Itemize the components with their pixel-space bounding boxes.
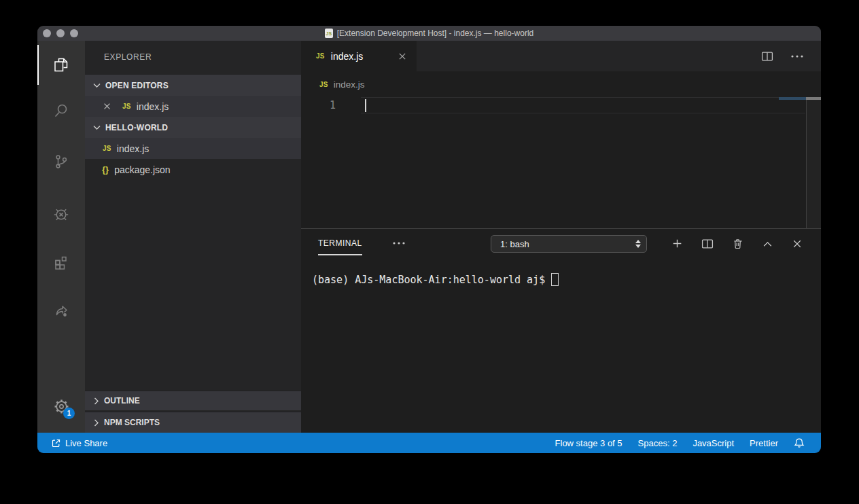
folder-section-header[interactable]: HELLO-WORLD <box>85 117 301 138</box>
terminal-cursor <box>551 273 559 286</box>
overview-ruler-cursor-mark <box>779 97 806 100</box>
file-label: index.js <box>117 143 149 154</box>
npm-scripts-label: NPM SCRIPTS <box>104 418 160 427</box>
flow-stage-status-item[interactable]: Flow stage 3 of 5 <box>555 438 623 448</box>
live-share-label: Live Share <box>65 438 107 448</box>
split-editor-icon[interactable] <box>761 51 773 62</box>
folder-name-label: HELLO-WORLD <box>105 123 168 132</box>
code-editor[interactable]: 1 <box>301 97 821 228</box>
outline-section-header[interactable]: OUTLINE <box>85 391 301 410</box>
more-actions-icon[interactable] <box>791 55 803 58</box>
settings-gear-button[interactable] <box>37 389 85 423</box>
live-share-icon <box>52 301 71 320</box>
activity-search-button[interactable] <box>37 94 85 128</box>
sidebar-sections: OPEN EDITORS JS index.js HELLO-WORLD <box>85 75 301 180</box>
tab-label: index.js <box>331 51 363 62</box>
extensions-icon <box>52 252 71 271</box>
terminal-output[interactable]: (base) AJs-MacBook-Air:hello-world aj$ <box>312 273 559 286</box>
zoom-window-button[interactable] <box>70 29 78 37</box>
tab-indexjs[interactable]: JS index.js <box>301 41 417 71</box>
activity-live-share-button[interactable] <box>37 293 85 327</box>
open-editor-item-indexjs[interactable]: JS index.js <box>85 96 301 117</box>
minimize-window-button[interactable] <box>56 29 65 37</box>
debug-bug-icon <box>52 204 71 223</box>
chevron-down-icon <box>93 83 101 88</box>
search-icon <box>52 101 71 120</box>
terminal-tab[interactable]: TERMINAL <box>318 238 362 255</box>
outline-label: OUTLINE <box>104 396 140 406</box>
chevron-right-icon <box>94 419 99 427</box>
notifications-bell-icon[interactable] <box>794 437 805 449</box>
js-file-icon: JS <box>319 81 328 88</box>
new-terminal-plus-icon[interactable] <box>671 238 683 249</box>
activity-debug-button[interactable] <box>37 197 85 231</box>
external-link-icon <box>51 438 61 448</box>
desktop-background: JS [Extension Development Host] - index.… <box>0 0 859 504</box>
json-file-icon: {} <box>102 164 109 175</box>
js-file-icon: JS <box>325 29 333 38</box>
live-share-status-item[interactable]: Live Share <box>51 438 107 448</box>
activity-explorer-button[interactable] <box>37 45 85 85</box>
tab-close-icon[interactable] <box>398 52 407 61</box>
explorer-sidebar: EXPLORER OPEN EDITORS JS index.js <box>85 41 301 433</box>
open-editors-label: OPEN EDITORS <box>105 81 169 90</box>
traffic-lights <box>43 29 78 37</box>
scrollbar-thumb[interactable] <box>806 97 821 100</box>
terminal-actions <box>671 229 821 258</box>
editor-actions <box>761 41 821 71</box>
language-mode-status-item[interactable]: JavaScript <box>693 438 734 448</box>
kill-terminal-trash-icon[interactable] <box>732 238 743 250</box>
npm-scripts-section-header[interactable]: NPM SCRIPTS <box>85 412 301 433</box>
js-file-icon: JS <box>316 52 325 60</box>
breadcrumb[interactable]: JS index.js <box>301 71 821 97</box>
current-line-highlight <box>361 97 805 113</box>
chevron-down-icon <box>93 125 101 130</box>
settings-notification-badge: 1 <box>63 408 75 419</box>
panel-more-icon[interactable] <box>393 242 405 245</box>
spaces-status-item[interactable]: Spaces: 2 <box>638 438 678 448</box>
activity-bar: 1 <box>37 41 85 433</box>
tab-bar: JS index.js <box>301 41 821 71</box>
terminal-shell-select[interactable]: 1: bash <box>491 235 647 253</box>
close-panel-icon[interactable] <box>792 238 803 249</box>
activity-source-control-button[interactable] <box>37 145 85 179</box>
editor-cursor <box>365 99 366 112</box>
files-icon <box>52 56 71 75</box>
file-label: package.json <box>114 164 171 175</box>
sidebar-title: EXPLORER <box>104 52 152 62</box>
window-title-group: JS [Extension Development Host] - index.… <box>325 29 533 38</box>
split-terminal-icon[interactable] <box>701 238 714 249</box>
formatter-status-item[interactable]: Prettier <box>750 438 778 448</box>
close-editor-icon[interactable] <box>103 102 111 111</box>
vscode-window: JS [Extension Development Host] - index.… <box>37 26 821 453</box>
source-control-branch-icon <box>52 152 71 171</box>
file-row-indexjs[interactable]: JS index.js <box>85 138 301 159</box>
editor-scrollbar[interactable] <box>806 97 821 228</box>
open-editor-file-label: index.js <box>137 101 169 112</box>
file-row-packagejson[interactable]: {} package.json <box>85 159 301 180</box>
shell-select-value: 1: bash <box>500 239 529 249</box>
js-file-icon: JS <box>122 103 131 110</box>
status-bar: Live Share Flow stage 3 of 5 Spaces: 2 J… <box>37 433 821 453</box>
line-number: 1 <box>330 99 336 111</box>
activity-extensions-button[interactable] <box>37 245 85 278</box>
titlebar[interactable]: JS [Extension Development Host] - index.… <box>37 26 821 41</box>
editor-group: JS index.js <box>301 41 821 433</box>
chevron-right-icon <box>94 397 99 405</box>
window-title: [Extension Development Host] - index.js … <box>337 29 533 38</box>
maximize-panel-chevron-up-icon[interactable] <box>762 238 773 249</box>
breadcrumb-file-label: index.js <box>334 79 365 90</box>
terminal-prompt: (base) AJs-MacBook-Air:hello-world aj$ <box>312 274 545 286</box>
bottom-panel: TERMINAL 1: bash <box>301 228 821 433</box>
close-window-button[interactable] <box>43 29 51 37</box>
select-stepper-icon <box>635 240 641 248</box>
open-editors-header[interactable]: OPEN EDITORS <box>85 75 301 96</box>
js-file-icon: JS <box>103 145 111 152</box>
